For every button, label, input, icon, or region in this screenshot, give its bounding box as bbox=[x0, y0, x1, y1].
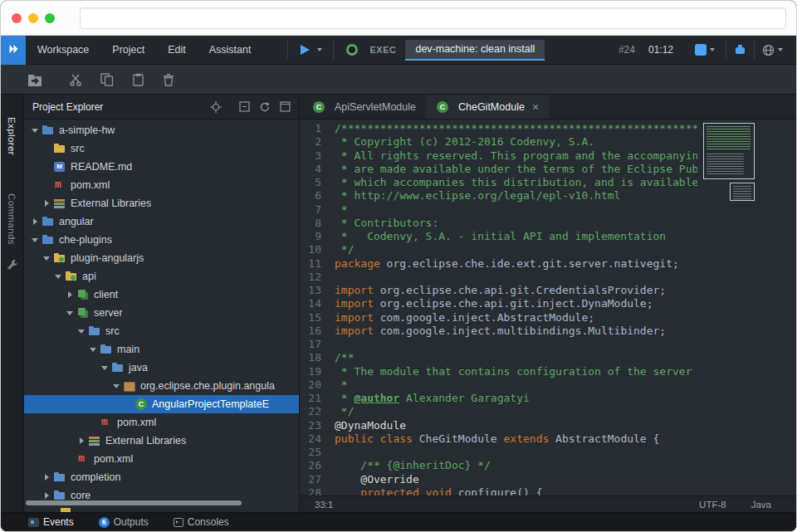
tree-item[interactable]: External Libraries bbox=[24, 432, 299, 450]
line-number[interactable]: 13 bbox=[300, 284, 321, 297]
menu-workspace[interactable]: Workspace bbox=[26, 36, 100, 64]
minimap[interactable] bbox=[703, 123, 755, 179]
tree-item[interactable]: AngularProjectTemplateE bbox=[24, 395, 299, 413]
line-number[interactable]: 6 bbox=[300, 189, 321, 203]
zoom-window-button[interactable] bbox=[45, 13, 55, 23]
code-line[interactable]: * bbox=[335, 378, 697, 392]
wrench-icon[interactable] bbox=[7, 258, 17, 273]
tree-item[interactable]: client bbox=[24, 286, 299, 304]
code-line[interactable]: * bbox=[335, 203, 697, 217]
chevron-closed-icon[interactable] bbox=[42, 491, 51, 500]
menu-edit[interactable]: Edit bbox=[156, 36, 198, 64]
line-number[interactable]: 21 bbox=[300, 392, 321, 405]
line-number[interactable]: 25 bbox=[300, 446, 321, 459]
code-line[interactable]: import org.eclipse.che.api.git.Credentia… bbox=[335, 284, 697, 297]
code-line[interactable]: * Copyright (c) 2012-2016 Codenvy, S.A. bbox=[335, 135, 697, 149]
chevron-closed-icon[interactable] bbox=[77, 437, 86, 446]
tab-outputs[interactable]: 6Outputs bbox=[99, 516, 149, 528]
tree-item[interactable]: README.md bbox=[24, 158, 299, 176]
line-number[interactable]: 15 bbox=[300, 311, 321, 325]
import-project-icon[interactable] bbox=[27, 73, 42, 86]
maximize-icon[interactable] bbox=[280, 101, 291, 112]
tab-events[interactable]: Events bbox=[28, 516, 74, 528]
globe-icon[interactable] bbox=[762, 44, 775, 56]
line-number[interactable]: 24 bbox=[300, 432, 321, 446]
code-line[interactable]: @DynaModule bbox=[335, 419, 697, 432]
line-number[interactable]: 26 bbox=[300, 459, 321, 472]
tree-item[interactable]: pom.xml bbox=[24, 413, 299, 432]
line-number[interactable]: 27 bbox=[300, 473, 321, 486]
menu-project[interactable]: Project bbox=[100, 36, 156, 64]
tree-item[interactable]: java bbox=[24, 359, 299, 377]
code-line[interactable]: * The module that contains configuration… bbox=[335, 365, 697, 378]
tree-item[interactable]: pom.xml bbox=[24, 450, 299, 468]
machine-perspective-icon[interactable] bbox=[695, 44, 707, 56]
tab-consoles[interactable]: Consoles bbox=[174, 516, 229, 528]
paste-icon[interactable] bbox=[132, 73, 144, 86]
strip-tab-explorer[interactable]: Explorer bbox=[7, 117, 17, 155]
chevron-closed-icon[interactable] bbox=[42, 473, 51, 482]
tree-item[interactable]: api bbox=[24, 267, 299, 286]
code-line[interactable] bbox=[335, 271, 697, 284]
link-with-editor-icon[interactable] bbox=[210, 101, 222, 113]
machine-perspective-caret[interactable] bbox=[710, 48, 715, 51]
scrollbar-thumb[interactable] bbox=[26, 500, 242, 505]
tree-item[interactable]: src bbox=[24, 322, 299, 340]
code-line[interactable]: package org.eclipse.che.ide.ext.git.serv… bbox=[335, 257, 697, 271]
code-line[interactable]: * which accompanies this distribution, a… bbox=[335, 176, 697, 189]
collapse-all-icon[interactable] bbox=[239, 101, 250, 112]
debug-icon[interactable] bbox=[734, 44, 746, 56]
tree-item[interactable]: src bbox=[24, 139, 299, 158]
che-menu-button[interactable] bbox=[1, 36, 26, 65]
tab-apiservletmodule[interactable]: ApiServletModule bbox=[302, 95, 426, 119]
line-number[interactable]: 16 bbox=[300, 325, 321, 338]
code-line[interactable]: import org.eclipse.che.api.git.inject.Dy… bbox=[335, 297, 697, 310]
tree-item[interactable]: a-simple-hw bbox=[24, 121, 299, 139]
code-line[interactable]: */ bbox=[335, 405, 697, 418]
chevron-closed-icon[interactable] bbox=[31, 217, 40, 227]
line-number[interactable]: 28 bbox=[300, 486, 321, 495]
tree-item[interactable]: pom.xml bbox=[24, 176, 299, 194]
delete-icon[interactable] bbox=[163, 73, 174, 86]
code-line[interactable]: public class CheGitModule extends Abstra… bbox=[335, 432, 697, 446]
line-number[interactable]: 3 bbox=[300, 149, 321, 163]
tab-chegitmodule[interactable]: CheGitModule× bbox=[426, 95, 549, 119]
minimize-window-button[interactable] bbox=[28, 13, 38, 23]
code-line[interactable]: * @author Alexander Garagatyi bbox=[335, 392, 697, 405]
chevron-open-icon[interactable] bbox=[54, 272, 63, 281]
line-number[interactable]: 17 bbox=[300, 338, 321, 351]
url-bar[interactable] bbox=[80, 7, 786, 29]
line-number[interactable]: 5 bbox=[300, 176, 321, 189]
tree-item[interactable]: main bbox=[24, 340, 299, 359]
line-number[interactable]: 4 bbox=[300, 163, 321, 176]
line-number[interactable]: 19 bbox=[300, 365, 321, 378]
close-tab-icon[interactable]: × bbox=[532, 101, 539, 113]
tree-item[interactable]: server bbox=[24, 304, 299, 322]
line-number[interactable]: 10 bbox=[300, 243, 321, 256]
code-line[interactable]: * Contributors: bbox=[335, 217, 697, 230]
code-line[interactable]: /** bbox=[335, 351, 697, 364]
tree-item[interactable]: angular bbox=[24, 212, 299, 231]
chevron-closed-icon[interactable] bbox=[66, 290, 75, 300]
code-line[interactable] bbox=[335, 446, 697, 459]
line-number[interactable]: 7 bbox=[300, 203, 321, 217]
chevron-open-icon[interactable] bbox=[77, 327, 86, 336]
chevron-open-icon[interactable] bbox=[100, 364, 110, 373]
code-area[interactable]: 1234567891011121314151617181920212223242… bbox=[300, 120, 796, 495]
code-line[interactable]: import com.google.inject.multibindings.M… bbox=[335, 325, 697, 338]
code-line[interactable]: /***************************************… bbox=[335, 122, 697, 135]
chevron-open-icon[interactable] bbox=[42, 254, 51, 263]
chevron-open-icon[interactable] bbox=[66, 309, 75, 318]
line-number[interactable]: 20 bbox=[300, 378, 321, 392]
line-number[interactable]: 14 bbox=[300, 297, 321, 310]
line-number[interactable]: 9 bbox=[300, 230, 321, 243]
tree-item[interactable]: org.eclipse.che.plugin.angula bbox=[24, 377, 299, 395]
tree-item[interactable]: che-plugins bbox=[24, 231, 299, 249]
line-number[interactable]: 2 bbox=[300, 135, 321, 149]
code-line[interactable]: /** {@inheritDoc} */ bbox=[335, 459, 697, 472]
code-line[interactable]: import com.google.inject.AbstractModule; bbox=[335, 311, 697, 325]
close-window-button[interactable] bbox=[12, 13, 22, 23]
code-line[interactable]: * All rights reserved. This program and … bbox=[335, 149, 697, 163]
chevron-open-icon[interactable] bbox=[112, 382, 121, 391]
run-dropdown-caret[interactable] bbox=[317, 48, 322, 51]
